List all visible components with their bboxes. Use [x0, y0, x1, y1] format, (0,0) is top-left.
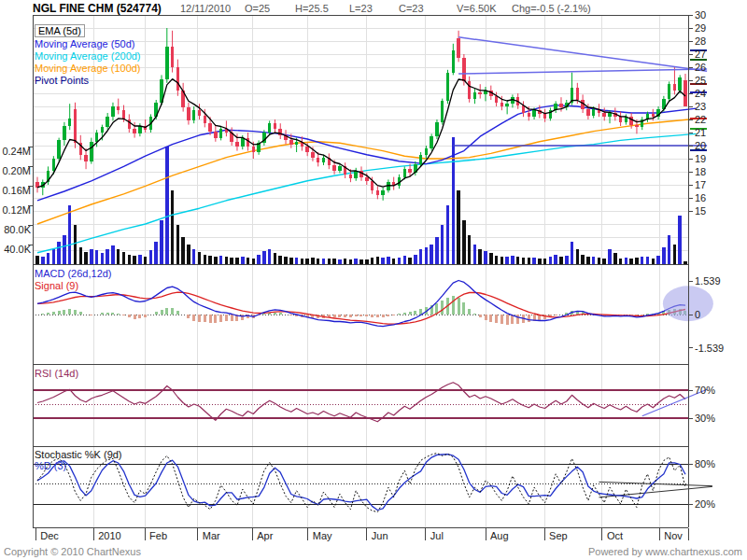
- svg-text:28: 28: [695, 35, 706, 47]
- svg-text:25: 25: [695, 75, 706, 86]
- stochastic-panel: [33, 454, 712, 512]
- legend-pivot-points: Pivot Points: [35, 75, 89, 86]
- svg-text:Jun: Jun: [372, 530, 388, 541]
- svg-text:40.0K: 40.0K: [4, 244, 31, 255]
- svg-text:0: 0: [695, 309, 700, 320]
- powered-by-text: Powered by www.chartnexus.com: [588, 546, 742, 557]
- svg-text:Mar: Mar: [203, 530, 220, 541]
- svg-text:80%: 80%: [695, 458, 715, 469]
- svg-text:80.0K: 80.0K: [4, 224, 31, 235]
- legend-ma200: Moving Average (200d): [35, 50, 141, 62]
- chart-canvas: 302928272625242322212019181716150.24M0.2…: [0, 0, 747, 560]
- svg-text:22: 22: [695, 114, 706, 125]
- svg-text:0.24M: 0.24M: [2, 146, 31, 157]
- panel-borders: [33, 15, 688, 527]
- svg-text:23: 23: [695, 101, 706, 112]
- svg-text:Apr: Apr: [257, 530, 273, 541]
- svg-text:0.12M: 0.12M: [2, 204, 31, 216]
- volume-bars: [35, 137, 686, 265]
- legend-ema: EMA (5d): [35, 24, 85, 37]
- svg-text:May: May: [313, 530, 332, 541]
- svg-text:0.20M: 0.20M: [2, 165, 31, 176]
- month-axis: Dec2010FebMarAprMayJunJulAugSepOctNov: [35, 528, 688, 541]
- legend-rsi: RSI (14d): [35, 368, 78, 379]
- svg-text:20: 20: [695, 140, 706, 151]
- svg-text:70%: 70%: [695, 385, 715, 396]
- copyright-text: Copyright © 2010 ChartNexus: [4, 546, 141, 557]
- grid: [33, 15, 688, 527]
- svg-text:Jul: Jul: [430, 530, 444, 541]
- svg-text:15: 15: [695, 205, 706, 217]
- legend-ma100: Moving Average (100d): [35, 63, 141, 74]
- svg-text:Aug: Aug: [490, 530, 509, 541]
- svg-text:Sep: Sep: [549, 530, 568, 541]
- svg-text:26: 26: [695, 62, 706, 73]
- legend-signal: Signal (9): [35, 280, 78, 291]
- macd-panel: [33, 281, 713, 327]
- svg-text:0.16M: 0.16M: [2, 185, 31, 196]
- legend-stoch-d: %D (3): [35, 460, 66, 471]
- svg-text:1.539: 1.539: [695, 275, 721, 287]
- svg-text:2010: 2010: [98, 530, 120, 541]
- svg-text:-1.539: -1.539: [695, 343, 724, 354]
- svg-text:16: 16: [695, 192, 706, 203]
- rsi-panel: [33, 383, 707, 422]
- svg-text:30%: 30%: [695, 413, 715, 424]
- legend-stoch-k: Stochastic %K (9d): [35, 449, 122, 460]
- svg-text:20%: 20%: [695, 498, 715, 510]
- chartnexus-window: NGL FINE CHM (524774) 12/11/2010 O=25 H=…: [0, 0, 747, 560]
- svg-text:Nov: Nov: [664, 530, 683, 541]
- svg-text:24: 24: [695, 88, 706, 99]
- svg-text:Feb: Feb: [149, 530, 167, 541]
- legend-macd: MACD (26d,12d): [35, 268, 112, 279]
- svg-text:17: 17: [695, 179, 706, 190]
- svg-text:Oct: Oct: [607, 530, 623, 541]
- svg-text:21: 21: [695, 127, 706, 138]
- svg-text:29: 29: [695, 22, 706, 34]
- legend-ma50: Moving Average (50d): [35, 38, 134, 49]
- svg-text:30: 30: [695, 9, 706, 21]
- svg-text:27: 27: [695, 49, 706, 60]
- svg-text:18: 18: [695, 166, 706, 177]
- svg-text:Dec: Dec: [40, 530, 59, 541]
- svg-text:19: 19: [695, 153, 706, 164]
